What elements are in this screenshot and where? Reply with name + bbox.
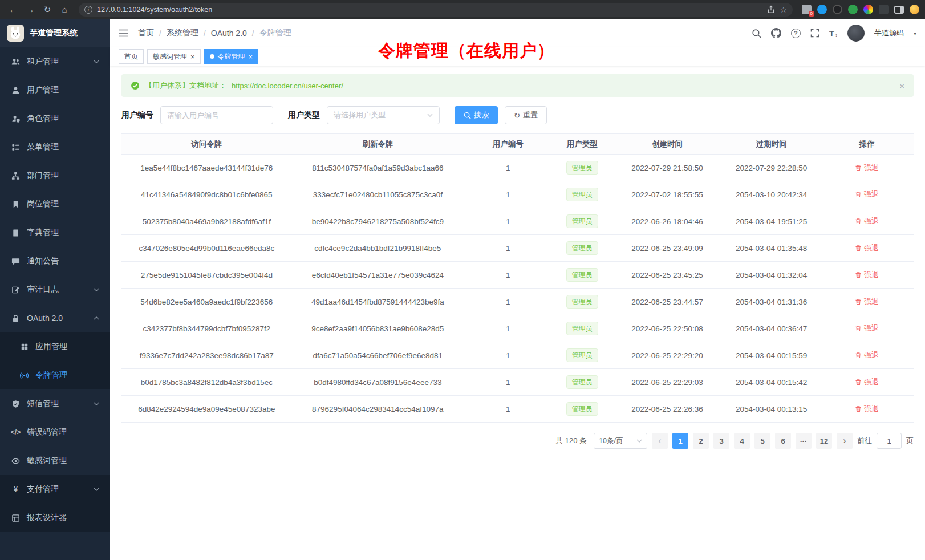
role-icon: [11, 114, 21, 124]
page-number-button[interactable]: 12: [816, 433, 832, 449]
page-number-button[interactable]: 3: [713, 433, 729, 449]
tab-close-icon[interactable]: ×: [190, 53, 195, 60]
font-size-icon[interactable]: T↕: [829, 29, 838, 38]
page-number-button[interactable]: 6: [775, 433, 791, 449]
browser-home-icon[interactable]: ⌂: [57, 5, 72, 14]
breadcrumb-item[interactable]: 系统管理: [167, 28, 198, 38]
browser-reload-icon[interactable]: ↻: [40, 5, 55, 14]
refresh-token-cell: dfa6c71a50a54c66bef706ef9e6e8d81: [292, 342, 464, 369]
user-avatar[interactable]: [847, 25, 865, 42]
tab-home[interactable]: 首页: [119, 49, 144, 64]
url-bar[interactable]: i 127.0.0.1:1024/system/oauth2/token ☆: [79, 3, 793, 17]
sidebar-item-label: 支付管理: [27, 484, 59, 494]
user-menu-caret-icon[interactable]: ▾: [914, 30, 916, 36]
extension-gray-icon[interactable]: [879, 5, 889, 14]
app-logo[interactable]: 芋道管理系统: [0, 19, 110, 47]
force-logout-button[interactable]: 强退: [855, 163, 879, 173]
expire-time-cell: 2054-03-04 01:35:48: [723, 235, 820, 262]
sidebar-item-role[interactable]: 角色管理: [0, 104, 110, 133]
page-number-button[interactable]: 1: [672, 433, 688, 449]
extension-bird-icon[interactable]: [817, 5, 827, 14]
doc-link[interactable]: https://doc.iocoder.cn/user-center/: [232, 82, 343, 90]
force-logout-button[interactable]: 强退: [855, 243, 879, 253]
breadcrumb-current: 令牌管理: [259, 28, 291, 38]
sidebar-item-tenant[interactable]: 租户管理: [0, 47, 110, 76]
sidebar-item-notice[interactable]: 通知公告: [0, 247, 110, 275]
sidebar-item-user[interactable]: 用户管理: [0, 76, 110, 104]
force-logout-button[interactable]: 强退: [855, 404, 879, 414]
force-logout-button[interactable]: 强退: [855, 323, 879, 334]
search-icon[interactable]: [752, 29, 761, 38]
extension-green-icon[interactable]: [848, 5, 858, 14]
force-logout-button[interactable]: 强退: [855, 270, 879, 280]
tab-token-manage[interactable]: 令牌管理 ×: [204, 49, 259, 64]
share-icon[interactable]: [767, 5, 775, 14]
extension-badge: 0: [809, 11, 814, 17]
extension-pinwheel-icon[interactable]: [863, 5, 873, 14]
sidebar-item-sms[interactable]: 短信管理: [0, 389, 110, 418]
bookmark-star-icon[interactable]: ☆: [780, 6, 787, 14]
delete-icon: [855, 379, 862, 385]
force-logout-button[interactable]: 强退: [855, 189, 879, 200]
user-id-cell: 1: [464, 235, 553, 262]
page-number-button[interactable]: 2: [693, 433, 709, 449]
sidebar-item-report-designer[interactable]: 报表设计器: [0, 504, 110, 532]
fullscreen-icon[interactable]: [810, 29, 819, 38]
chevron-down-icon: [94, 60, 99, 63]
page-size-select[interactable]: 10条/页: [594, 433, 647, 449]
sidebar-item-label: 租户管理: [27, 56, 59, 67]
force-logout-button[interactable]: 强退: [855, 216, 879, 226]
user-type-select[interactable]: 请选择用户类型: [327, 106, 440, 124]
search-button[interactable]: 搜索: [455, 106, 498, 124]
reset-button[interactable]: ↻ 重置: [505, 106, 547, 124]
browser-back-icon[interactable]: ←: [6, 5, 21, 14]
site-info-icon[interactable]: i: [84, 6, 92, 14]
sidebar-item-label: 报表设计器: [27, 513, 67, 523]
force-logout-button[interactable]: 强退: [855, 297, 879, 307]
page-number-button[interactable]: 5: [754, 433, 770, 449]
chevron-down-icon: [94, 402, 99, 405]
force-logout-button[interactable]: 强退: [855, 350, 879, 360]
help-icon[interactable]: ?: [791, 29, 801, 38]
github-icon[interactable]: [771, 28, 781, 38]
hamburger-icon[interactable]: [119, 29, 129, 38]
goto-page-input[interactable]: [877, 433, 902, 449]
sidebar-item-token-manage[interactable]: 令牌管理: [0, 361, 110, 389]
sidebar-panel-icon[interactable]: [894, 6, 904, 14]
sidebar-item-audit-log[interactable]: 审计日志: [0, 275, 110, 304]
sidebar-item-dept[interactable]: 部门管理: [0, 161, 110, 190]
page-number-button[interactable]: 4: [734, 433, 750, 449]
extension-dark-icon[interactable]: [833, 5, 842, 14]
sidebar-item-oauth[interactable]: OAuth 2.0: [0, 304, 110, 332]
sidebar-item-sensitive-words[interactable]: 敏感词管理: [0, 447, 110, 475]
created-time-cell: 2022-06-25 22:50:08: [612, 315, 723, 342]
tab-sensitive-words[interactable]: 敏感词管理 ×: [147, 49, 201, 64]
next-page-button[interactable]: ›: [837, 433, 853, 449]
sidebar-item-menu[interactable]: 菜单管理: [0, 133, 110, 161]
page-number-button[interactable]: •••: [796, 433, 812, 449]
delete-icon: [855, 405, 862, 412]
created-time-cell: 2022-06-25 23:49:09: [612, 235, 723, 262]
tab-close-icon[interactable]: ×: [249, 53, 253, 60]
alert-close-icon[interactable]: ×: [899, 81, 904, 91]
sidebar-item-error-code[interactable]: </> 错误码管理: [0, 418, 110, 447]
column-header: 访问令牌: [121, 134, 292, 155]
sidebar-item-payment[interactable]: ¥ 支付管理: [0, 475, 110, 504]
force-logout-button[interactable]: 强退: [855, 377, 879, 387]
oauth-lock-icon: [11, 314, 21, 323]
breadcrumb-item[interactable]: 首页: [138, 28, 154, 38]
sidebar-item-app-manage[interactable]: 应用管理: [0, 332, 110, 361]
sidebar-item-post[interactable]: 岗位管理: [0, 190, 110, 218]
access-token-cell: c347026e805e4d99b0d116eae66eda8c: [121, 235, 292, 262]
browser-profile-avatar[interactable]: [910, 5, 919, 14]
user-id-input[interactable]: [160, 106, 273, 124]
extension-shield-icon[interactable]: 0: [802, 5, 812, 14]
browser-forward-icon[interactable]: →: [23, 5, 38, 14]
user-type-cell: 管理员: [553, 155, 612, 181]
user-type-badge: 管理员: [566, 375, 598, 389]
user-name[interactable]: 芋道源码: [874, 28, 904, 38]
prev-page-button[interactable]: ‹: [652, 433, 668, 449]
breadcrumb-item[interactable]: OAuth 2.0: [211, 29, 247, 38]
sidebar-item-dict[interactable]: 字典管理: [0, 218, 110, 247]
expire-time-cell: 2054-03-04 01:31:36: [723, 289, 820, 315]
